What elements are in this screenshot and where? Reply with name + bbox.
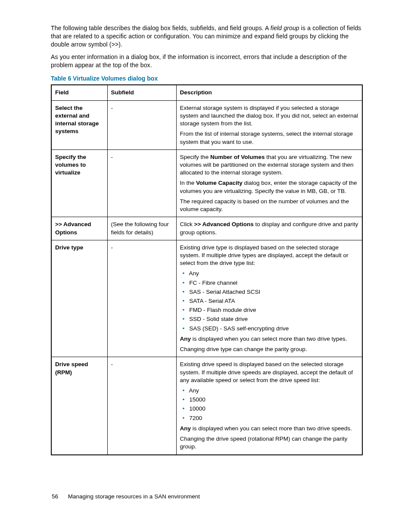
- description-cell: Click >> Advanced Options to display and…: [176, 217, 362, 240]
- table-row: Drive type - Existing drive type is disp…: [51, 240, 362, 357]
- subfield-cell: -: [107, 357, 176, 455]
- drive-type-list: • Any• FC - Fibre channel• SAS - Serial …: [180, 270, 359, 333]
- field-cell: Drive speed (RPM): [51, 357, 107, 455]
- description-cell: Specify the Number of Volumes that you a…: [176, 149, 362, 217]
- list-item: • Any: [188, 270, 359, 277]
- intro-paragraph-2: As you enter information in a dialog box…: [51, 53, 363, 69]
- table-row: Drive speed (RPM) - Existing drive speed…: [51, 357, 362, 455]
- header-description: Description: [176, 85, 362, 100]
- desc-text: From the list of internal storage system…: [180, 130, 359, 146]
- list-item: • 15000: [188, 396, 359, 404]
- virtualize-volumes-table: Field Subfield Description Select the ex…: [51, 84, 363, 455]
- intro-paragraph-1: The following table describes the dialog…: [51, 24, 363, 49]
- description-cell: Existing drive speed is displayed based …: [176, 357, 362, 455]
- field-cell: >> Advanced Options: [51, 217, 107, 240]
- desc-text: Click >> Advanced Options to display and…: [180, 221, 359, 236]
- field-cell: Drive type: [51, 240, 107, 357]
- table-caption: Table 6 Virtualize Volumes dialog box: [51, 75, 363, 82]
- desc-text: Existing drive speed is displayed based …: [180, 361, 359, 384]
- description-cell: External storage system is displayed if …: [176, 100, 362, 149]
- list-item: • 7200: [188, 414, 359, 422]
- table-row: Select the external and internal storage…: [51, 100, 362, 149]
- desc-text: Specify the Number of Volumes that you a…: [180, 153, 359, 177]
- page-number: 56: [52, 493, 66, 500]
- list-item: • FC - Fibre channel: [188, 279, 359, 287]
- desc-text: Any is displayed when you can select mor…: [180, 335, 359, 343]
- list-item: • Any: [188, 387, 359, 395]
- list-item: • SSD - Solid state drive: [188, 315, 359, 323]
- list-item: • SATA - Serial ATA: [188, 297, 359, 305]
- subfield-cell: -: [107, 240, 176, 357]
- description-cell: Existing drive type is displayed based o…: [176, 240, 362, 357]
- subfield-cell: (See the following four fields for detai…: [107, 217, 176, 240]
- desc-text: Existing drive type is displayed based o…: [180, 244, 359, 268]
- list-item: • 10000: [188, 405, 359, 413]
- header-field: Field: [51, 85, 107, 100]
- field-cell: Specify the volumes to virtualize: [51, 149, 107, 217]
- table-header-row: Field Subfield Description: [51, 85, 362, 100]
- page-footer: 56 Managing storage resources in a SAN e…: [52, 493, 200, 500]
- header-subfield: Subfield: [107, 85, 176, 100]
- intro-p1a: The following table describes the dialog…: [51, 25, 271, 31]
- table-row: >> Advanced Options (See the following f…: [51, 217, 362, 240]
- desc-text: Changing the drive speed (rotational RPM…: [180, 435, 359, 451]
- subfield-cell: -: [107, 100, 176, 149]
- desc-text: External storage system is displayed if …: [180, 104, 359, 128]
- field-cell: Select the external and internal storage…: [51, 100, 107, 149]
- desc-text: In the Volume Capacity dialog box, enter…: [180, 179, 359, 195]
- list-item: • SAS - Serial Attached SCSI: [188, 288, 359, 296]
- desc-text: The required capacity is based on the nu…: [180, 198, 359, 213]
- footer-section: Managing storage resources in a SAN envi…: [68, 493, 200, 500]
- desc-text: Changing drive type can change the parit…: [180, 345, 359, 353]
- intro-p1b: field group: [271, 25, 299, 31]
- list-item: • FMD - Flash module drive: [188, 306, 359, 314]
- drive-speed-list: • Any• 15000• 10000• 7200: [180, 387, 359, 422]
- list-item: • SAS (SED) - SAS self-encrypting drive: [188, 325, 359, 333]
- table-row: Specify the volumes to virtualize - Spec…: [51, 149, 362, 217]
- desc-text: Any is displayed when you can select mor…: [180, 425, 359, 432]
- subfield-cell: -: [107, 149, 176, 217]
